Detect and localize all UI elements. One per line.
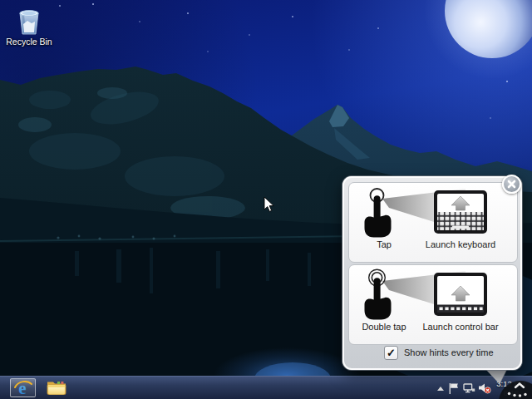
taskbar-file-explorer-button[interactable] [43, 378, 69, 397]
hint-row-tap: Tap Launch keyboard [348, 182, 518, 263]
show-hints-checkbox[interactable]: ✓ [384, 346, 398, 360]
touch-hints-popup: Tap Launch keyboard [342, 176, 522, 370]
hint-row-double-tap: Double tap Launch control bar [348, 264, 518, 345]
action-label-launch-control-bar: Launch control bar [407, 322, 514, 332]
recycle-bin-label: Recycle Bin [4, 37, 54, 47]
checkmark-icon: ✓ [387, 347, 396, 359]
keyboard-icon [434, 190, 487, 234]
recycle-bin-icon [14, 4, 44, 36]
tap-hint-art [349, 183, 515, 262]
taskbar-internet-explorer-button[interactable]: e [10, 378, 36, 397]
show-hidden-icons-button[interactable] [437, 387, 444, 391]
show-hints-label: Show hints every time [404, 347, 494, 357]
action-label-launch-keyboard: Launch keyboard [407, 239, 514, 249]
taskbar: e [0, 376, 532, 399]
desktop-screen: Recycle Bin [0, 0, 532, 399]
double-tap-hint-art [349, 265, 515, 344]
recycle-bin-shortcut[interactable]: Recycle Bin [4, 4, 54, 47]
network-icon[interactable] [463, 382, 475, 394]
control-bar-icon [434, 273, 487, 316]
control-bar-notch-handle[interactable] [495, 377, 532, 399]
hints-checkbox-row: ✓ Show hints every time [342, 346, 522, 362]
file-explorer-icon [46, 379, 67, 397]
action-center-flag-icon[interactable] [448, 382, 459, 395]
internet-explorer-icon: e [13, 379, 33, 397]
close-x-icon [504, 176, 520, 192]
close-button[interactable] [502, 175, 521, 194]
